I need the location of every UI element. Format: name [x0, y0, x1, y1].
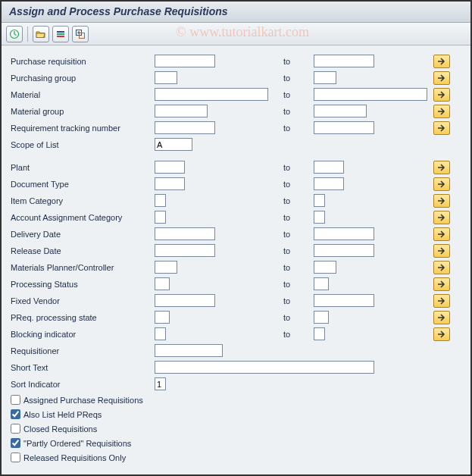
- plant-multi-select-button[interactable]: [433, 161, 450, 174]
- plant-from-input[interactable]: [155, 161, 185, 174]
- acct_assign-multi-select-button[interactable]: [433, 211, 450, 224]
- doc_type-from-input[interactable]: [155, 177, 185, 190]
- field-row-scope: Scope of List: [11, 136, 464, 152]
- requisitioner-from-input[interactable]: [155, 344, 223, 357]
- purch_req-to-input[interactable]: [314, 55, 374, 67]
- to-label: to: [283, 213, 314, 222]
- field-row-req_track: Requirement tracking numberto: [11, 120, 464, 136]
- item_cat-from-input[interactable]: [155, 194, 166, 207]
- purch_req-multi-select-button[interactable]: [433, 55, 450, 68]
- checkbox-row-partly: "Partly Ordered" Requisitions: [11, 436, 464, 450]
- req_track-to-input[interactable]: [314, 121, 374, 134]
- toolbar: [2, 23, 470, 45]
- released-checkbox[interactable]: [11, 453, 20, 462]
- field-label: Processing Status: [11, 280, 155, 289]
- item_cat-multi-select-button[interactable]: [433, 194, 450, 208]
- to-label: to: [283, 280, 314, 289]
- svg-rect-1: [57, 31, 64, 33]
- item_cat-to-input[interactable]: [314, 194, 325, 207]
- partly-checkbox[interactable]: [11, 438, 20, 448]
- block_ind-to-input[interactable]: [314, 327, 325, 340]
- material-to-input[interactable]: [314, 88, 427, 101]
- scope-from-input[interactable]: [155, 138, 192, 151]
- to-label: to: [283, 180, 314, 189]
- clock-execute-icon: [9, 29, 20, 39]
- preq_state-to-input[interactable]: [314, 311, 329, 324]
- material-from-input[interactable]: [155, 88, 268, 101]
- deliv_date-from-input[interactable]: [155, 227, 215, 240]
- execute-button[interactable]: [6, 26, 23, 42]
- field-label: Delivery Date: [11, 230, 155, 239]
- deliv_date-multi-select-button[interactable]: [433, 227, 450, 241]
- checkbox-label: Released Requisitions Only: [23, 453, 126, 462]
- arrow-right-icon: [436, 196, 447, 205]
- rel_date-to-input[interactable]: [314, 244, 374, 257]
- block_ind-from-input[interactable]: [155, 327, 166, 340]
- preq_state-from-input[interactable]: [155, 311, 170, 324]
- mrp_ctrl-from-input[interactable]: [155, 261, 177, 274]
- purch_req-from-input[interactable]: [155, 55, 215, 67]
- checkbox-label: "Partly Ordered" Requisitions: [23, 439, 131, 448]
- fixed_vend-from-input[interactable]: [155, 294, 215, 307]
- mat_group-from-input[interactable]: [155, 105, 208, 117]
- deliv_date-to-input[interactable]: [314, 227, 374, 240]
- to-label: to: [283, 313, 314, 322]
- material-multi-select-button[interactable]: [433, 88, 450, 102]
- rel_date-multi-select-button[interactable]: [433, 244, 450, 258]
- checkbox-row-closed: Closed Requisitions: [11, 421, 464, 436]
- get-variant-button[interactable]: [33, 26, 49, 42]
- proc_status-multi-select-button[interactable]: [433, 277, 450, 291]
- assigned-checkbox[interactable]: [11, 395, 20, 405]
- fixed_vend-to-input[interactable]: [314, 294, 374, 307]
- arrow-right-icon: [436, 107, 447, 116]
- also_held-checkbox[interactable]: [11, 409, 20, 419]
- req_track-multi-select-button[interactable]: [433, 121, 450, 135]
- field-label: Requisitioner: [11, 346, 155, 355]
- preq_state-multi-select-button[interactable]: [433, 311, 450, 324]
- acct_assign-from-input[interactable]: [155, 211, 166, 224]
- purch_grp-from-input[interactable]: [155, 71, 177, 84]
- proc_status-to-input[interactable]: [314, 277, 329, 290]
- purch_grp-to-input[interactable]: [314, 71, 336, 84]
- req_track-from-input[interactable]: [155, 121, 215, 134]
- doc_type-multi-select-button[interactable]: [433, 177, 450, 191]
- to-label: to: [283, 163, 314, 172]
- to-label: to: [283, 296, 314, 305]
- selection-options-button[interactable]: [52, 26, 69, 42]
- field-label: Purchasing group: [11, 74, 155, 83]
- arrow-right-icon: [436, 313, 447, 322]
- short_text-from-input[interactable]: [155, 361, 374, 374]
- field-label: Account Assignment Category: [11, 213, 155, 222]
- dynamic-selections-button[interactable]: [72, 26, 89, 42]
- to-label: to: [283, 90, 314, 99]
- mat_group-to-input[interactable]: [314, 105, 367, 117]
- fixed_vend-multi-select-button[interactable]: [433, 294, 450, 308]
- to-label: to: [283, 74, 314, 83]
- field-label: Material: [11, 90, 155, 99]
- to-label: to: [283, 230, 314, 239]
- proc_status-from-input[interactable]: [155, 277, 170, 290]
- rel_date-from-input[interactable]: [155, 244, 215, 257]
- purch_grp-multi-select-button[interactable]: [433, 71, 450, 85]
- doc_type-to-input[interactable]: [314, 177, 344, 190]
- arrow-right-icon: [436, 263, 447, 272]
- plant-to-input[interactable]: [314, 161, 344, 174]
- arrow-right-icon: [436, 296, 447, 305]
- closed-checkbox[interactable]: [11, 424, 20, 434]
- arrow-right-icon: [436, 213, 447, 222]
- block_ind-multi-select-button[interactable]: [433, 327, 450, 341]
- to-label: to: [283, 263, 314, 272]
- mat_group-multi-select-button[interactable]: [433, 105, 450, 118]
- field-row-sort_ind: Sort Indicator: [11, 376, 464, 392]
- checkbox-label: Closed Requisitions: [23, 424, 97, 434]
- mrp_ctrl-multi-select-button[interactable]: [433, 261, 450, 274]
- toolbar-separator: [27, 27, 28, 42]
- arrow-right-icon: [436, 330, 447, 339]
- mrp_ctrl-to-input[interactable]: [314, 261, 336, 274]
- acct_assign-to-input[interactable]: [314, 211, 325, 224]
- field-label: Release Date: [11, 246, 155, 255]
- field-row-mat_group: Material groupto: [11, 103, 464, 119]
- sort_ind-from-input[interactable]: [155, 377, 166, 390]
- arrow-right-icon: [436, 246, 447, 255]
- field-row-proc_status: Processing Statusto: [11, 276, 464, 292]
